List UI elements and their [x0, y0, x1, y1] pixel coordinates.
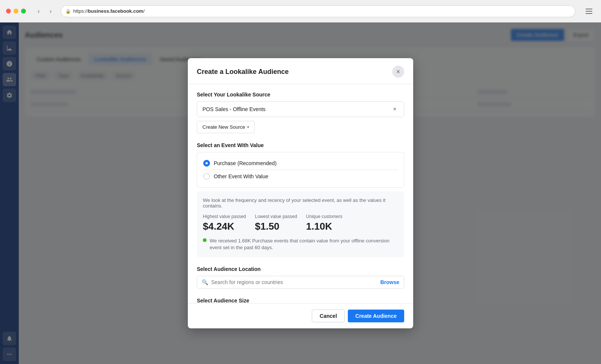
radio-option-other[interactable]: Other Event With Value	[203, 170, 398, 183]
traffic-lights	[6, 9, 26, 14]
modal-body[interactable]: Select Your Lookalike Source POS Sales -…	[188, 84, 413, 303]
browse-link[interactable]: Browse	[380, 279, 399, 285]
section3-label: Select Audience Location	[197, 266, 404, 272]
section4-label: Select Audience Size	[197, 298, 404, 303]
source-input-value: POS Sales - Offline Events	[202, 106, 266, 112]
menu-line-2	[586, 11, 592, 12]
stats-description: We look at the frequency and recency of …	[203, 197, 398, 209]
stats-note-container: We received 1.68K Purchase events that c…	[203, 238, 398, 251]
source-clear-button[interactable]: ×	[391, 105, 399, 113]
cancel-button[interactable]: Cancel	[312, 310, 345, 322]
stats-row: Highest value passed $4.24K Lowest value…	[203, 214, 398, 232]
stat2-value: $1.50	[255, 221, 297, 232]
audience-size-section: Select Audience Size Number of lookalike…	[197, 298, 404, 303]
back-button[interactable]: ‹	[33, 6, 44, 17]
create-new-source-dropdown-arrow: ▾	[247, 125, 249, 129]
lookalike-source-section: Select Your Lookalike Source POS Sales -…	[197, 92, 404, 133]
url-text: https://business.facebook.com/	[73, 8, 145, 14]
stat-lowest-value: Lowest value passed $1.50	[255, 214, 297, 232]
section2-label: Select an Event With Value	[197, 142, 404, 148]
audience-location-section: Select Audience Location 🔍 Browse	[197, 266, 404, 289]
minimize-traffic-light[interactable]	[14, 9, 18, 14]
search-icon: 🔍	[202, 279, 208, 285]
radio-other-indicator	[203, 173, 210, 180]
modal-title: Create a Lookalike Audience	[197, 68, 288, 76]
page-content: Audiences Create Audience Export Custom …	[0, 23, 601, 364]
radio-purchase-indicator	[203, 160, 210, 167]
forward-button[interactable]: ›	[45, 6, 56, 17]
create-new-source-button[interactable]: Create New Source ▾	[197, 121, 255, 133]
stat2-label: Lowest value passed	[255, 214, 297, 219]
radio-other-label: Other Event With Value	[214, 173, 268, 179]
stat3-label: Unique customers	[306, 214, 343, 219]
create-audience-button[interactable]: Create Audience	[348, 310, 404, 322]
browser-chrome: ‹ › 🔒 https://business.facebook.com/	[0, 0, 601, 23]
stat1-value: $4.24K	[203, 221, 246, 232]
event-with-value-section: Select an Event With Value Purchase (Rec…	[197, 142, 404, 257]
stats-note-text: We received 1.68K Purchase events that c…	[210, 238, 398, 251]
stat1-label: Highest value passed	[203, 214, 246, 219]
maximize-traffic-light[interactable]	[21, 9, 26, 14]
modal-close-button[interactable]: ×	[392, 66, 404, 78]
nav-buttons: ‹ ›	[33, 6, 56, 17]
stat-unique-customers: Unique customers 1.10K	[306, 214, 343, 232]
green-dot-indicator	[203, 238, 207, 242]
close-traffic-light[interactable]	[6, 9, 11, 14]
modal-overlay: Create a Lookalike Audience × Select You…	[0, 23, 601, 364]
lock-icon: 🔒	[65, 9, 71, 14]
menu-line-3	[586, 13, 592, 14]
browser-menu-button[interactable]	[583, 5, 595, 17]
modal-footer: Cancel Create Audience	[188, 303, 413, 328]
stat3-value: 1.10K	[306, 221, 343, 232]
modal-header: Create a Lookalike Audience ×	[188, 58, 413, 84]
modal: Create a Lookalike Audience × Select You…	[188, 58, 413, 328]
address-bar[interactable]: 🔒 https://business.facebook.com/	[60, 5, 575, 17]
location-search-wrapper: 🔍 Browse	[197, 276, 404, 289]
radio-purchase-label: Purchase (Recommended)	[214, 160, 276, 166]
location-search-input[interactable]	[211, 279, 377, 285]
event-radio-group: Purchase (Recommended) Other Event With …	[197, 152, 404, 188]
menu-line-1	[586, 9, 592, 9]
source-input-wrapper: POS Sales - Offline Events ×	[197, 101, 404, 117]
radio-option-purchase[interactable]: Purchase (Recommended)	[203, 157, 398, 170]
stat-highest-value: Highest value passed $4.24K	[203, 214, 246, 232]
create-new-source-label: Create New Source	[202, 124, 245, 130]
section1-label: Select Your Lookalike Source	[197, 92, 404, 98]
stats-box: We look at the frequency and recency of …	[197, 191, 404, 257]
